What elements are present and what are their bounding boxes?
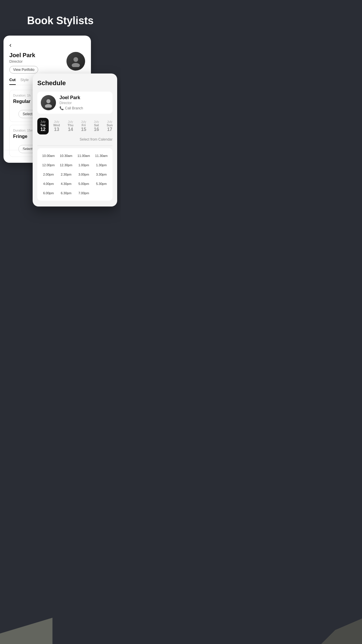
time-slot-1530[interactable]: 3.30pm (93, 171, 110, 178)
svg-point-1 (72, 63, 80, 67)
stylist-name: Joel Park (9, 52, 38, 59)
call-branch-label: Call Branch (65, 106, 83, 110)
svg-point-0 (73, 57, 78, 62)
schedule-card: Schedule Joel Park Director 📞 Call Branc… (33, 74, 117, 206)
schedule-avatar (41, 95, 56, 110)
schedule-stylist-name: Joel Park (59, 95, 83, 100)
date-item-14[interactable]: July Thu 14 (65, 118, 76, 134)
page-title: Book Stylists (27, 15, 94, 27)
time-slot-1700[interactable]: 5.00pm (75, 180, 92, 187)
call-branch[interactable]: 📞 Call Branch (59, 106, 83, 110)
time-grid: 10.00am 10.30am 11.00am 11.30am 12.00pm … (37, 148, 113, 201)
date-item-17[interactable]: July Sun 17 (104, 118, 113, 134)
divider (37, 146, 113, 146)
time-slot-1500[interactable]: 3.00pm (75, 171, 92, 178)
time-slot-1230[interactable]: 12.30pm (58, 162, 75, 169)
svg-point-2 (46, 99, 50, 103)
date-item-15[interactable]: July Fri 15 (78, 118, 89, 134)
schedule-stylist-role: Director (59, 101, 83, 105)
profile-header: Joel Park Director View Portfolio (9, 52, 85, 74)
time-slot-1730[interactable]: 5.30pm (93, 180, 110, 187)
time-slot-1400[interactable]: 2.00pm (40, 171, 57, 178)
time-slot-1800[interactable]: 6.00pm (40, 190, 57, 197)
cards-wrapper: ‹ Joel Park Director View Portfolio Cut … (3, 36, 117, 289)
schedule-stylist-row: Joel Park Director 📞 Call Branch (37, 92, 113, 114)
view-portfolio-button[interactable]: View Portfolio (9, 66, 38, 74)
time-slot-1600[interactable]: 4.00pm (40, 180, 57, 187)
date-item-12[interactable]: July Tue 12 (37, 118, 49, 134)
date-item-13[interactable]: July Wed 13 (50, 118, 63, 134)
tab-cut[interactable]: Cut (9, 78, 16, 85)
time-slot-1330[interactable]: 1.30pm (93, 162, 110, 169)
time-slot-1200[interactable]: 12.00pm (40, 162, 57, 169)
phone-icon: 📞 (59, 106, 64, 110)
time-slot-1430[interactable]: 2.30pm (58, 171, 75, 178)
time-slot-empty (93, 190, 110, 197)
schedule-stylist-info: Joel Park Director 📞 Call Branch (59, 95, 83, 110)
back-button[interactable]: ‹ (9, 41, 11, 49)
time-slot-1000[interactable]: 10.00am (40, 152, 57, 159)
time-slot-1130[interactable]: 11.30am (93, 152, 110, 159)
time-slot-1030[interactable]: 10.30am (58, 152, 75, 159)
tab-style[interactable]: Style (20, 78, 29, 85)
date-row: July Tue 12 July Wed 13 July Thu 14 July… (37, 118, 113, 134)
select-calendar-link[interactable]: Select from Calendar (37, 137, 113, 141)
time-slot-1630[interactable]: 4.30pm (58, 180, 75, 187)
svg-point-3 (45, 104, 52, 108)
date-item-16[interactable]: July Sat 16 (91, 118, 102, 134)
stylist-role: Director (9, 59, 38, 64)
profile-info: Joel Park Director View Portfolio (9, 52, 38, 74)
avatar (66, 52, 85, 71)
time-slot-1100[interactable]: 11.00am (75, 152, 92, 159)
time-slot-1830[interactable]: 6.30pm (58, 190, 75, 197)
time-slot-1300[interactable]: 1.00pm (75, 162, 92, 169)
schedule-title: Schedule (37, 79, 113, 87)
time-slot-1900[interactable]: 7.00pm (75, 190, 92, 197)
